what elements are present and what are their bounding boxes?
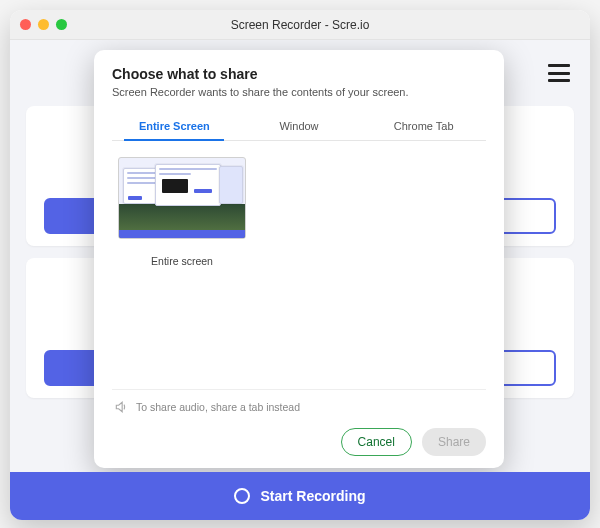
share-button: Share (422, 428, 486, 456)
hamburger-menu-icon[interactable] (548, 64, 570, 82)
minimize-window-button[interactable] (38, 19, 49, 30)
button-label: Share (438, 435, 470, 449)
tab-window[interactable]: Window (237, 112, 362, 140)
tab-label: Entire Screen (139, 120, 210, 132)
dialog-actions: Cancel Share (112, 416, 486, 456)
audio-hint-text: To share audio, share a tab instead (136, 401, 300, 413)
record-icon (234, 488, 250, 504)
window-title: Screen Recorder - Scre.io (10, 18, 590, 32)
speaker-icon (114, 400, 128, 414)
tab-label: Chrome Tab (394, 120, 454, 132)
share-option-entire-screen[interactable]: Entire screen (116, 157, 248, 267)
share-tabs: Entire Screen Window Chrome Tab (112, 112, 486, 141)
start-recording-button[interactable]: Start Recording (10, 472, 590, 520)
dialog-subtitle: Screen Recorder wants to share the conte… (112, 86, 486, 98)
tab-entire-screen[interactable]: Entire Screen (112, 112, 237, 140)
maximize-window-button[interactable] (56, 19, 67, 30)
audio-hint: To share audio, share a tab instead (112, 389, 486, 416)
share-options-grid: Entire screen (112, 141, 486, 389)
dialog-title: Choose what to share (112, 66, 486, 82)
button-label: Cancel (358, 435, 395, 449)
start-recording-label: Start Recording (260, 488, 365, 504)
titlebar: Screen Recorder - Scre.io (10, 10, 590, 40)
window-controls (20, 19, 67, 30)
tab-chrome-tab[interactable]: Chrome Tab (361, 112, 486, 140)
share-option-label: Entire screen (151, 255, 213, 267)
screen-thumbnail (118, 157, 246, 239)
app-body: Choose what to share Screen Recorder wan… (10, 40, 590, 472)
share-picker-dialog: Choose what to share Screen Recorder wan… (94, 50, 504, 468)
tab-label: Window (279, 120, 318, 132)
close-window-button[interactable] (20, 19, 31, 30)
cancel-button[interactable]: Cancel (341, 428, 412, 456)
app-window: Screen Recorder - Scre.io Choose what to… (10, 10, 590, 520)
